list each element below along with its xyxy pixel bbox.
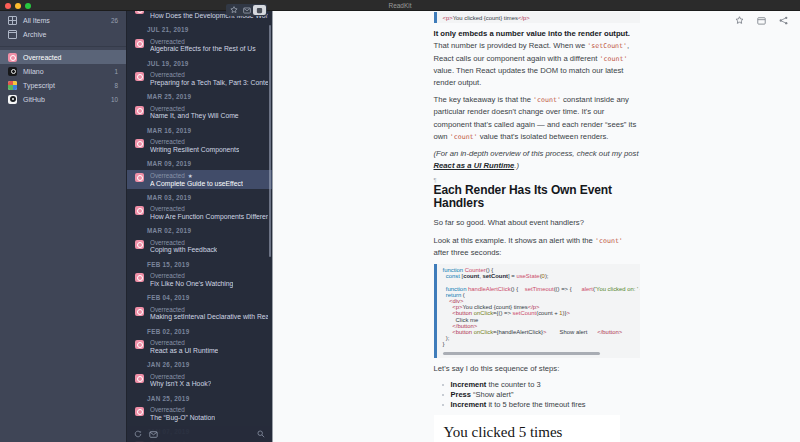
archive-article-button[interactable] (757, 13, 766, 28)
overreacted-favicon (135, 139, 144, 148)
sidebar-item-milano[interactable]: Milano1 (0, 64, 126, 78)
article-list-item[interactable]: OverreactedAlgebraic Effects for the Res… (127, 36, 272, 55)
article-list-item[interactable]: OverreactedFix Like No One's Watching (127, 270, 272, 289)
mark-all-read-button[interactable] (149, 431, 158, 438)
typescript-favicon (8, 81, 17, 90)
text-run: after three seconds: (434, 248, 502, 257)
article-feed-name: Overreacted (150, 38, 256, 46)
article-list: OverreactedHow Does the Development Mode… (127, 11, 273, 442)
article-list-item[interactable]: Overreacted★A Complete Guide to useEffec… (127, 170, 272, 189)
code-token: <p> (452, 304, 462, 310)
paragraph: It only embeds a number value into the r… (434, 28, 640, 89)
article-group: MAR 09, 2019Overreacted★A Complete Guide… (127, 155, 272, 189)
code-token: () { (511, 286, 525, 292)
article-title: Why Isn't X a Hook? (150, 380, 211, 389)
all-items-icon (256, 7, 263, 14)
inline-code: 'count' (600, 55, 628, 63)
sidebar-item-overreacted[interactable]: Overreacted (0, 50, 126, 64)
star-icon (230, 6, 238, 14)
code-token: (() => { (554, 286, 582, 292)
search-icon (257, 430, 265, 438)
article-list-item[interactable]: OverreactedWhy Isn't X a Hook? (127, 371, 272, 390)
article-list-item[interactable]: OverreactedWriting Resilient Components (127, 136, 272, 155)
article-item-text: OverreactedHow Are Function Components D… (150, 205, 268, 221)
date-header: FEB 02, 2019 (127, 323, 272, 338)
article-list-item[interactable]: OverreactedMaking setInterval Declarativ… (127, 304, 272, 323)
article-filter-segmented-control (226, 4, 267, 16)
article-group: MAR 16, 2019OverreactedWriting Resilient… (127, 122, 272, 156)
github-favicon (8, 95, 17, 104)
article-list-item[interactable]: OverreactedCoping with Feedback (127, 237, 272, 256)
sidebar-item-typescript[interactable]: Typescript8 (0, 78, 126, 92)
sidebar-item-label: GitHub (23, 96, 45, 103)
envelope-icon (243, 7, 251, 14)
text-run: Increment (451, 380, 487, 389)
refresh-button[interactable] (134, 430, 142, 438)
text-run: (For an in-depth overview of this proces… (434, 149, 639, 158)
code-token: You clicked {count} times (462, 304, 527, 310)
share-button[interactable] (779, 13, 788, 28)
article-title: How Are Function Components Different fr… (150, 213, 268, 222)
filter-all-button[interactable] (253, 5, 266, 15)
article-list-scrollbar[interactable] (269, 25, 271, 257)
code-line: function handleAlertClick() { setTimeout… (443, 286, 640, 292)
article-feed-name: Overreacted (150, 339, 218, 347)
date-header: JAN 26, 2019 (127, 356, 272, 371)
date-header: MAR 02, 2019 (127, 222, 272, 237)
overreacted-favicon (135, 72, 144, 81)
paragraph: So far so good. What about event handler… (434, 217, 640, 229)
code-token: ={handleAlertClick} (493, 329, 543, 335)
article-title: Name It, and They Will Come (150, 112, 239, 121)
article-list-item[interactable]: OverreactedPreparing for a Tech Talk, Pa… (127, 69, 272, 88)
article-list-item[interactable]: OverreactedThe “Bug-O” Notation (127, 404, 272, 423)
filter-unread-button[interactable] (240, 5, 253, 15)
date-header: FEB 15, 2019 (127, 256, 272, 271)
sidebar-item-all-items[interactable]: All Items26 (0, 13, 126, 27)
unread-count-badge: 26 (111, 17, 118, 24)
article-feed-name: Overreacted (150, 105, 239, 113)
unread-count-badge: 8 (114, 82, 118, 89)
date-header: MAR 03, 2019 (127, 189, 272, 204)
overreacted-favicon (135, 206, 144, 215)
demo-animation-image: You clicked 5 timesClick meShow alert (434, 415, 620, 442)
article-item-text: Overreacted★A Complete Guide to useEffec… (150, 172, 243, 189)
article-list-body[interactable]: OverreactedHow Does the Development Mode… (127, 11, 272, 442)
search-button[interactable] (257, 430, 265, 438)
article-group: FEB 15, 2019OverreactedFix Like No One's… (127, 256, 272, 290)
sidebar-item-label: All Items (23, 17, 50, 24)
code-token: Show alert (547, 329, 598, 335)
text-run: value. Then React updates the DOM to mat… (434, 66, 624, 87)
sidebar-item-label: Archive (23, 31, 46, 38)
filter-starred-button[interactable] (227, 5, 240, 15)
code-horizontal-scrollbar[interactable] (443, 352, 601, 355)
overreacted-favicon (135, 273, 144, 282)
sidebar-item-github[interactable]: GitHub10 (0, 92, 126, 106)
code-token: ( (461, 292, 465, 298)
code-token: setCount (513, 310, 537, 316)
inline-code: 'count' (450, 133, 478, 141)
article-list-item[interactable]: OverreactedName It, and They Will Come (127, 103, 272, 122)
date-header: JAN 25, 2019 (127, 390, 272, 405)
article-title: Coping with Feedback (150, 246, 217, 255)
article-feed-name: Overreacted (150, 373, 211, 381)
text-run: Press (451, 390, 471, 399)
article-group: MAR 03, 2019OverreactedHow Are Function … (127, 189, 272, 223)
article-group: JUL 21, 2019OverreactedAlgebraic Effects… (127, 21, 272, 55)
article-list-item[interactable]: OverreactedReact as a UI Runtime (127, 337, 272, 356)
article-group: MAR 02, 2019OverreactedCoping with Feedb… (127, 222, 272, 256)
article-feed-name: Overreacted (150, 306, 268, 314)
article-list-item[interactable]: OverreactedHow Are Function Components D… (127, 203, 272, 222)
code-token: function (443, 267, 464, 273)
text-run: “Show alert” (471, 390, 514, 399)
code-token: const (446, 273, 460, 279)
article-title: Preparing for a Tech Talk, Part 3: Conte… (150, 79, 268, 88)
archive-icon (8, 30, 17, 39)
article-content: <p>You clicked {count} times</p>It only … (434, 12, 640, 442)
overreacted-favicon (135, 407, 144, 416)
inline-link[interactable]: React as a UI Runtime (434, 161, 515, 170)
article-item-text: OverreactedMaking setInterval Declarativ… (150, 306, 268, 322)
code-block-partial: <p>You clicked {count} times</p> (434, 12, 640, 23)
sidebar-item-archive[interactable]: Archive (0, 27, 126, 41)
star-article-button[interactable] (735, 13, 744, 28)
article-list-bottom-bar (127, 426, 272, 442)
